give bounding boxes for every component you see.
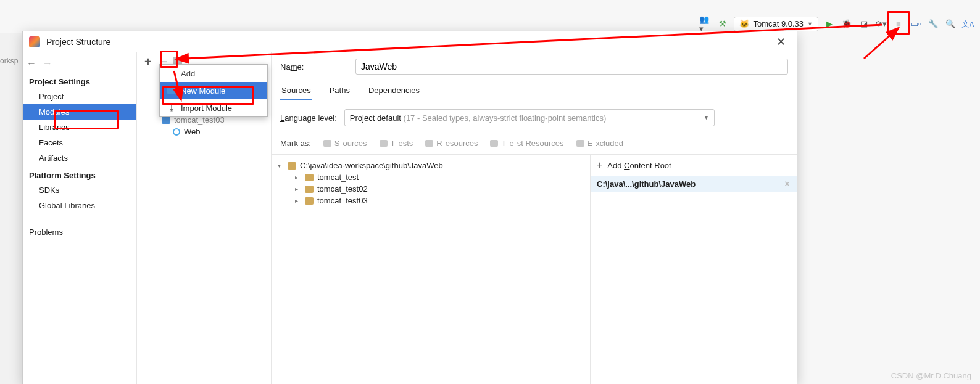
module-detail-panel: Name: Sources Paths Dependencies Languag…: [272, 52, 797, 384]
add-content-root[interactable]: + Add Content Root: [591, 155, 797, 176]
translate-icon[interactable]: 文A: [961, 18, 974, 30]
run-icon[interactable]: ▶: [823, 18, 836, 30]
tree-item[interactable]: ▸tomcat_test02: [278, 183, 584, 195]
vcs-users-icon[interactable]: 👥▾: [699, 18, 712, 30]
coverage-icon[interactable]: ◪: [858, 18, 870, 30]
section-project-settings: Project Settings: [23, 72, 136, 89]
folder-icon: [167, 87, 176, 94]
popup-header-add: Add: [160, 65, 267, 82]
mark-sources[interactable]: Sources: [323, 139, 367, 148]
sidebar-item-project[interactable]: Project: [23, 89, 136, 104]
nav-back-icon[interactable]: ←: [27, 58, 36, 69]
search-icon[interactable]: 🔍: [944, 18, 957, 30]
import-icon: ⭳: [167, 104, 176, 113]
tab-dependencies[interactable]: Dependencies: [367, 81, 421, 100]
mark-resources[interactable]: Resources: [425, 139, 478, 148]
svg-line-1: [864, 34, 892, 59]
mark-test-resources[interactable]: Test Resources: [490, 139, 563, 148]
sidebar-item-facets[interactable]: Facets: [23, 135, 136, 150]
sidebar-item-libraries[interactable]: Libraries: [23, 120, 136, 135]
language-level-combo[interactable]: Project default (17 - Sealed types, alwa…: [344, 109, 715, 126]
source-tree[interactable]: ▾C:\java\idea-workspace\github\JavaWeb ▸…: [272, 155, 590, 384]
run-config-combo[interactable]: 🐱 Tomcat 9.0.33 ▼: [734, 17, 818, 31]
sidebar-item-modules[interactable]: Modules: [23, 104, 136, 120]
sidebar-item-artifacts[interactable]: Artifacts: [23, 150, 136, 166]
tab-sources[interactable]: Sources: [280, 81, 312, 100]
sidebar-item-problems[interactable]: Problems: [23, 224, 136, 240]
popup-item-import-module[interactable]: ⭳ Import Module: [160, 99, 267, 116]
tab-paths[interactable]: Paths: [328, 81, 351, 100]
module-item-web[interactable]: Web: [137, 126, 271, 137]
dialog-title: Project Structure: [46, 37, 110, 47]
main-menu: ____: [0, 0, 56, 15]
truncated-label: orksp: [0, 57, 18, 65]
content-root-item[interactable]: C:\java\...\github\JavaWeb ✕: [591, 176, 797, 192]
folder-icon: [305, 197, 314, 205]
content-root-panel: + Add Content Root C:\java\...\github\Ja…: [590, 155, 797, 384]
content-root-path: C:\java\...\github\JavaWeb: [597, 179, 696, 189]
remove-content-root-icon[interactable]: ✕: [784, 179, 791, 189]
tree-root[interactable]: ▾C:\java\idea-workspace\github\JavaWeb: [278, 160, 584, 171]
close-button[interactable]: ✕: [771, 33, 791, 51]
project-structure-icon[interactable]: ▭▫: [910, 18, 922, 30]
section-platform-settings: Platform Settings: [23, 166, 136, 182]
chevron-down-icon: ▼: [704, 115, 709, 121]
project-structure-dialog: Project Structure ✕ ← → Project Settings…: [22, 31, 797, 384]
run-config-label: Tomcat 9.0.33: [753, 19, 804, 28]
hammer-icon[interactable]: ⚒: [716, 18, 729, 30]
tool-window-strip: [0, 33, 22, 384]
intellij-icon: [29, 36, 40, 47]
mark-excluded[interactable]: Excluded: [576, 139, 623, 148]
chevron-down-icon: ▼: [807, 21, 813, 27]
mark-tests[interactable]: Tests: [380, 139, 413, 148]
mark-as-row: Mark as: Sources Tests Resources Test Re…: [272, 135, 797, 154]
tree-item[interactable]: ▸tomcat_test: [278, 171, 584, 183]
nav-toolbar: ← →: [23, 55, 136, 72]
stop-icon: ■: [892, 18, 905, 30]
mark-as-label: Mark as:: [280, 139, 311, 148]
add-popup-menu: Add New Module ⭳ Import Module: [159, 64, 268, 117]
sidebar-item-global-libraries[interactable]: Global Libraries: [23, 198, 136, 213]
folder-icon: [305, 174, 314, 181]
sidebar-item-sdks[interactable]: SDKs: [23, 182, 136, 198]
module-label: Web: [184, 127, 201, 136]
plus-icon: +: [597, 160, 602, 171]
tomcat-icon: 🐱: [739, 19, 749, 28]
watermark: CSDN @Mr.D.Chuang: [891, 371, 971, 380]
dialog-title-bar: Project Structure ✕: [23, 31, 797, 52]
detail-tabs: Sources Paths Dependencies: [272, 81, 797, 100]
module-icon: [162, 116, 170, 124]
tree-item[interactable]: ▸tomcat_test03: [278, 195, 584, 206]
module-name-input[interactable]: [355, 59, 788, 75]
profiler-icon[interactable]: ⟳▾: [875, 18, 887, 30]
folder-icon: [288, 162, 296, 170]
settings-sidebar: ← → Project Settings Project Modules Lib…: [23, 52, 137, 384]
debug-icon[interactable]: 🐞: [841, 18, 853, 30]
web-icon: [173, 128, 180, 136]
language-level-label: Language level:: [280, 113, 337, 123]
name-label: Name:: [280, 62, 348, 71]
settings-icon[interactable]: 🔧: [927, 18, 939, 30]
nav-forward-icon: →: [43, 58, 52, 69]
popup-item-new-module[interactable]: New Module: [160, 82, 267, 99]
add-module-button[interactable]: +: [142, 55, 154, 69]
folder-icon: [305, 186, 314, 193]
